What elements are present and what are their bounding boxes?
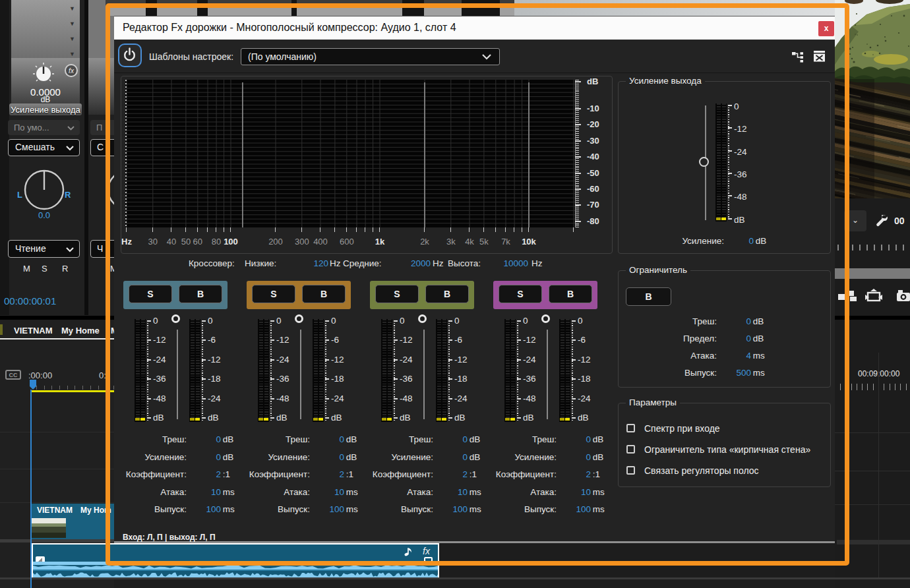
svg-text:fx: fx [69,67,75,74]
